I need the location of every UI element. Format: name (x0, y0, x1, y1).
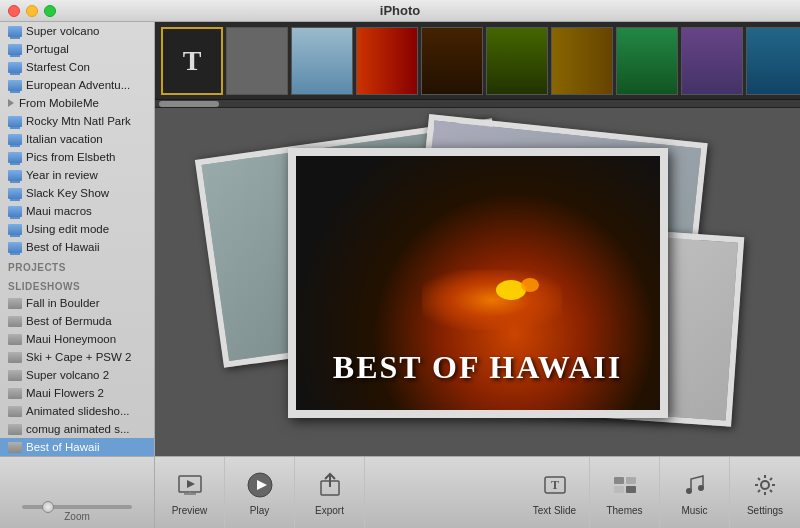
album-icon (8, 80, 22, 91)
slideshow-maui-honeymoon[interactable]: Maui Honeymoon (0, 330, 154, 348)
film-thumb-img (292, 28, 352, 94)
music-label: Music (681, 505, 707, 516)
film-thumb-1[interactable] (226, 27, 288, 95)
zoom-label: Zoom (64, 511, 90, 522)
export-button[interactable]: Export (295, 457, 365, 529)
lava-glow (422, 270, 562, 330)
traffic-lights (8, 5, 56, 17)
film-thumb-6[interactable] (551, 27, 613, 95)
film-strip: T (155, 22, 800, 100)
svg-line-21 (758, 478, 760, 480)
sidebar-item-slack-key[interactable]: Slack Key Show (0, 184, 154, 202)
svg-marker-1 (187, 480, 195, 488)
album-icon (8, 242, 22, 253)
svg-rect-13 (626, 486, 636, 493)
play-icon (244, 469, 276, 501)
zoom-handle[interactable] (42, 501, 54, 513)
film-thumb-9[interactable] (746, 27, 800, 95)
slideshow-icon (8, 334, 22, 345)
sidebar-item-using-edit[interactable]: Using edit mode (0, 220, 154, 238)
film-thumb-4[interactable] (421, 27, 483, 95)
slideshow-best-bermuda[interactable]: Best of Bermuda (0, 312, 154, 330)
music-icon (679, 469, 711, 501)
svg-point-16 (761, 481, 769, 489)
export-label: Export (315, 505, 344, 516)
sidebar-item-portugal[interactable]: Portugal (0, 40, 154, 58)
maximize-button[interactable] (44, 5, 56, 17)
music-button[interactable]: Music (660, 457, 730, 529)
svg-rect-2 (184, 493, 196, 495)
sidebar: Super volcano Portugal Starfest Con Euro… (0, 22, 155, 456)
sidebar-item-european[interactable]: European Adventu... (0, 76, 154, 94)
text-slide-T-icon: T (183, 45, 202, 77)
zoom-section: Zoom (0, 457, 155, 528)
slideshow-icon (8, 442, 22, 453)
photo-stack: Best of Hawaii (238, 118, 718, 448)
film-thumb-img (617, 28, 677, 94)
svg-rect-12 (614, 486, 624, 493)
film-thumb-img (357, 28, 417, 94)
slideshow-fall-boulder[interactable]: Fall in Boulder (0, 294, 154, 312)
minimize-button[interactable] (26, 5, 38, 17)
slideshow-super-volcano-2[interactable]: Super volcano 2 (0, 366, 154, 384)
film-thumb-img (552, 28, 612, 94)
slideshow-icon (8, 298, 22, 309)
slideshow-maui-flowers-2[interactable]: Maui Flowers 2 (0, 384, 154, 402)
sidebar-item-best-hawaii-album[interactable]: Best of Hawaii (0, 238, 154, 256)
svg-rect-10 (614, 477, 624, 484)
album-icon (8, 44, 22, 55)
film-thumb-2[interactable] (291, 27, 353, 95)
settings-button[interactable]: Settings (730, 457, 800, 529)
slideshow-icon (8, 388, 22, 399)
slideshow-icon (8, 352, 22, 363)
sidebar-item-super-volcano[interactable]: Super volcano (0, 22, 154, 40)
slideshow-icon (8, 316, 22, 327)
svg-line-23 (770, 478, 772, 480)
film-thumb-img (682, 28, 742, 94)
film-thumb-7[interactable] (616, 27, 678, 95)
film-thumb-text-slide[interactable]: T (161, 27, 223, 95)
slideshow-best-hawaii[interactable]: Best of Hawaii (0, 438, 154, 456)
sidebar-item-pics-elsbeth[interactable]: Pics from Elsbeth (0, 148, 154, 166)
film-thumb-img (747, 28, 800, 94)
album-icon (8, 224, 22, 235)
settings-label: Settings (747, 505, 783, 516)
film-thumb-3[interactable] (356, 27, 418, 95)
bottom-toolbar: Zoom Preview Play (0, 456, 800, 528)
film-scroll-thumb[interactable] (159, 101, 219, 107)
themes-button[interactable]: Themes (590, 457, 660, 529)
sidebar-item-starfest[interactable]: Starfest Con (0, 58, 154, 76)
svg-line-24 (758, 490, 760, 492)
sidebar-item-italian-vacation[interactable]: Italian vacation (0, 130, 154, 148)
window-title: iPhoto (380, 3, 420, 18)
lava-spot-2 (521, 278, 539, 292)
close-button[interactable] (8, 5, 20, 17)
text-slide-button[interactable]: T Text Slide (520, 457, 590, 529)
svg-text:T: T (550, 478, 558, 492)
slideshows-label: SLIDESHOWS (0, 275, 154, 294)
folder-triangle-icon (8, 99, 14, 107)
play-button[interactable]: Play (225, 457, 295, 529)
film-strip-scrollbar[interactable] (155, 100, 800, 108)
slideshow-animated[interactable]: Animated slidesho... (0, 402, 154, 420)
sidebar-item-frommobileme[interactable]: From MobileMe (0, 94, 154, 112)
sidebar-item-year-review[interactable]: Year in review (0, 166, 154, 184)
toolbar-action-buttons: Preview Play Export (155, 457, 800, 528)
settings-icon (749, 469, 781, 501)
sidebar-item-maui-macros[interactable]: Maui macros (0, 202, 154, 220)
sidebar-item-rockymtn[interactable]: Rocky Mtn Natl Park (0, 112, 154, 130)
film-thumb-img (227, 28, 287, 94)
preview-button[interactable]: Preview (155, 457, 225, 529)
album-icon (8, 152, 22, 163)
album-icon (8, 170, 22, 181)
album-icon (8, 188, 22, 199)
slideshow-ski-cape[interactable]: Ski + Cape + PSW 2 (0, 348, 154, 366)
svg-rect-3 (189, 492, 191, 493)
title-bar: iPhoto (0, 0, 800, 22)
album-icon (8, 26, 22, 37)
themes-label: Themes (606, 505, 642, 516)
film-thumb-8[interactable] (681, 27, 743, 95)
play-label: Play (250, 505, 269, 516)
film-thumb-5[interactable] (486, 27, 548, 95)
slideshow-comug-animated[interactable]: comug animated s... (0, 420, 154, 438)
